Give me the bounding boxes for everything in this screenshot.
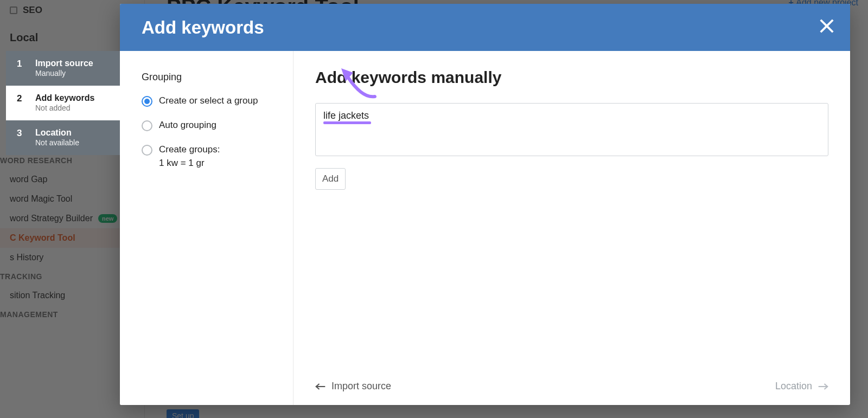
next-location-button[interactable]: Location (775, 381, 828, 392)
radio-create-groups[interactable]: Create groups: 1 kw = 1 gr (142, 144, 277, 170)
radio-icon (142, 145, 152, 156)
add-button[interactable]: Add (315, 168, 346, 190)
radio-label: Create or select a group (159, 95, 258, 107)
step-subtitle: Manually (35, 69, 66, 78)
radio-label: Auto grouping (159, 119, 216, 132)
grouping-heading: Grouping (142, 72, 277, 83)
radio-create-or-select-group[interactable]: Create or select a group (142, 95, 277, 107)
step-number: 1 (17, 59, 27, 69)
step-title: Location (35, 128, 72, 137)
modal-title: Add keywords (142, 17, 264, 38)
wizard-steps: 1 Import source Manually 2 Add keywords … (6, 51, 120, 155)
back-label: Import source (331, 381, 391, 392)
step-subtitle: Not added (35, 104, 71, 112)
radio-auto-grouping[interactable]: Auto grouping (142, 119, 277, 132)
radio-label: Create groups: 1 kw = 1 gr (159, 144, 220, 170)
modal-footer: Import source Location (315, 370, 828, 392)
step-subtitle: Not available (35, 138, 79, 147)
arrow-left-icon (315, 382, 326, 391)
modal-header: Add keywords (120, 4, 850, 51)
step-number: 2 (17, 93, 27, 104)
keywords-textarea[interactable] (315, 103, 828, 156)
step-number: 3 (17, 128, 27, 139)
arrow-right-icon (818, 382, 828, 391)
add-keywords-area: Add keywords manually Add Import source (293, 51, 850, 405)
wizard-step-3[interactable]: 3 Location Not available (6, 120, 120, 155)
next-label: Location (775, 381, 812, 392)
step-title: Add keywords (35, 93, 94, 102)
back-import-source-button[interactable]: Import source (315, 381, 391, 392)
step-title: Import source (35, 59, 93, 68)
grouping-panel: Grouping Create or select a group Auto g… (120, 51, 293, 405)
add-keywords-modal: Add keywords Grouping Create or select a… (120, 4, 850, 405)
close-icon[interactable] (819, 18, 835, 37)
modal-body: Grouping Create or select a group Auto g… (120, 51, 850, 405)
wizard-step-1[interactable]: 1 Import source Manually (6, 51, 120, 86)
add-keywords-heading: Add keywords manually (315, 68, 828, 87)
wizard-step-2[interactable]: 2 Add keywords Not added (6, 86, 120, 120)
radio-icon (142, 120, 152, 131)
radio-icon (142, 96, 152, 107)
